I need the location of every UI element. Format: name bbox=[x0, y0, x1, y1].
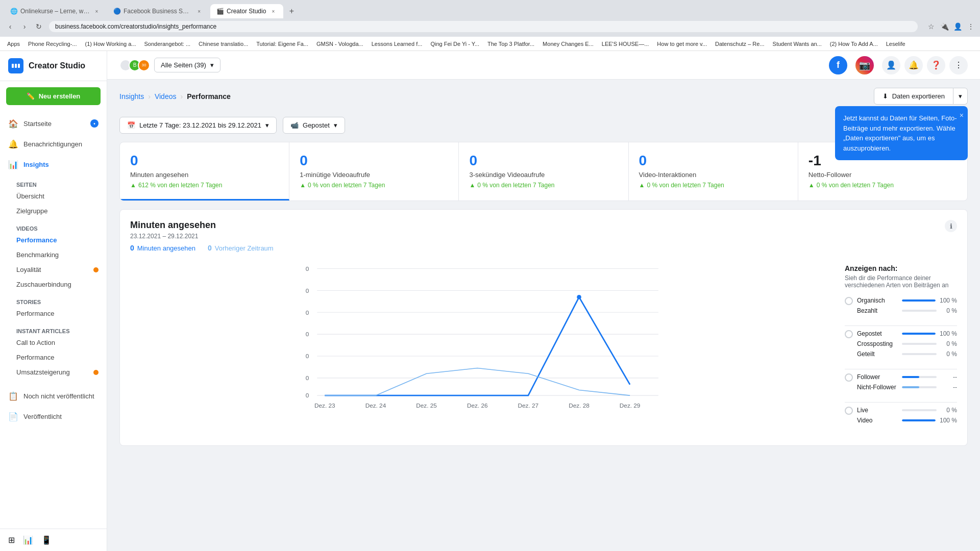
bookmark-12[interactable]: How to get more v... bbox=[654, 40, 710, 48]
sidebar-item-ubersicht[interactable]: Übersicht bbox=[8, 189, 107, 204]
metric-row-video: Video 100 % bbox=[857, 417, 957, 424]
metric-radio-4[interactable] bbox=[845, 407, 853, 415]
metric-radio-3[interactable] bbox=[845, 373, 853, 382]
arrow-up-icon-1: ▲ bbox=[300, 182, 306, 189]
tab-close-3[interactable]: × bbox=[269, 7, 277, 15]
sidebar-item-performance[interactable]: Performance bbox=[8, 233, 107, 247]
tab-favicon-3: 🎬 bbox=[216, 8, 224, 15]
sidebar-item-noch-nicht[interactable]: 📋 Noch nicht veröffentlicht bbox=[0, 386, 107, 406]
tab-close-1[interactable]: × bbox=[93, 7, 100, 15]
stat-card-minuten[interactable]: 0 Minuten angesehen ▲ 612 % von den letz… bbox=[120, 142, 289, 201]
bookmark-apps[interactable]: Apps bbox=[4, 40, 23, 48]
bookmark-icon[interactable]: ☆ bbox=[926, 21, 936, 32]
organisch-bar bbox=[902, 299, 936, 302]
sidebar-item-zielgruppe[interactable]: Zielgruppe bbox=[8, 204, 107, 218]
stat-label-3sek: 3-sekündige Videoaufrufe bbox=[469, 171, 618, 179]
extensions-icon[interactable]: 🔌 bbox=[939, 21, 949, 32]
anzeigen-title: Anzeigen nach: bbox=[845, 264, 957, 272]
sidebar-item-ia-performance[interactable]: Performance bbox=[8, 350, 107, 365]
bookmark-9[interactable]: The Top 3 Platfor... bbox=[484, 40, 537, 48]
new-tab-button[interactable]: + bbox=[284, 4, 299, 18]
instant-articles-label: Instant Articles bbox=[8, 325, 107, 335]
address-bar[interactable] bbox=[49, 21, 918, 32]
mobile-icon[interactable]: 📱 bbox=[41, 535, 52, 545]
bookmark-8[interactable]: Qing Fei De Yi - Y... bbox=[427, 40, 482, 48]
sidebar-header: Creator Studio bbox=[0, 51, 107, 81]
home-icon: 🏠 bbox=[8, 118, 18, 129]
bookmark-2[interactable]: (1) How Working a... bbox=[82, 40, 139, 48]
follower-pct: -- bbox=[941, 373, 957, 381]
stat-card-1min[interactable]: 0 1-minütige Videoaufrufe ▲ 0 % von den … bbox=[289, 142, 459, 201]
create-button[interactable]: ✏️ Neu erstellen bbox=[6, 87, 101, 105]
export-dropdown-arrow[interactable]: ▾ bbox=[953, 88, 968, 105]
svg-text:Dez. 25: Dez. 25 bbox=[416, 402, 437, 409]
sidebar-item-veroffentlicht[interactable]: 📄 Veröffentlicht bbox=[0, 406, 107, 427]
sidebar-item-stories-performance[interactable]: Performance bbox=[8, 306, 107, 321]
export-button[interactable]: ⬇ Daten exportieren bbox=[874, 88, 953, 105]
sidebar-item-insights[interactable]: 📊 Insights bbox=[0, 154, 107, 174]
breadcrumb-videos[interactable]: Videos bbox=[155, 92, 177, 101]
sidebar-item-umsatzsteigerung[interactable]: Umsatzsteigerung bbox=[8, 365, 107, 380]
sidebar-title: Creator Studio bbox=[29, 61, 85, 70]
bookmark-4[interactable]: Chinese translatio... bbox=[195, 40, 251, 48]
svg-text:0: 0 bbox=[306, 331, 309, 337]
facebook-platform-icon[interactable]: f bbox=[829, 56, 847, 74]
tab-favicon-2: 🔵 bbox=[113, 8, 120, 15]
bookmark-14[interactable]: Student Wants an... bbox=[770, 40, 825, 48]
sidebar-item-startseite[interactable]: 🏠 Startseite • bbox=[0, 113, 107, 134]
legend-previous[interactable]: 0 Vorheriger Zeitraum bbox=[208, 244, 274, 252]
profile-icon[interactable]: 👤 bbox=[952, 21, 963, 32]
insights-label: Insights bbox=[23, 161, 49, 168]
more-menu-icon[interactable]: ⋮ bbox=[949, 56, 968, 74]
user-avatar[interactable]: 👤 bbox=[882, 56, 900, 74]
sidebar-item-zuschauerbindung[interactable]: Zuschauerbindung bbox=[8, 277, 107, 292]
nicht-follower-bar-container bbox=[902, 386, 937, 388]
bookmark-16[interactable]: Leselife bbox=[883, 40, 909, 48]
notification-bell-icon[interactable]: 🔔 bbox=[904, 56, 923, 74]
forward-button[interactable]: › bbox=[18, 20, 31, 33]
bookmark-1[interactable]: Phone Recycling-... bbox=[25, 40, 80, 48]
export-tooltip: × Jetzt kannst du Daten für Seiten, Foto… bbox=[835, 106, 968, 160]
bookmark-15[interactable]: (2) How To Add A... bbox=[827, 40, 881, 48]
startseite-label: Startseite bbox=[23, 120, 52, 128]
bookmark-10[interactable]: Money Changes E... bbox=[540, 40, 597, 48]
tooltip-close-button[interactable]: × bbox=[960, 110, 964, 121]
bookmark-5[interactable]: Tutorial: Eigene Fa... bbox=[253, 40, 311, 48]
date-filter-button[interactable]: 📅 Letzte 7 Tage: 23.12.2021 bis 29.12.20… bbox=[119, 117, 277, 134]
stat-card-3sek[interactable]: 0 3-sekündige Videoaufrufe ▲ 0 % von den… bbox=[459, 142, 628, 201]
instagram-platform-icon[interactable]: 📷 bbox=[855, 56, 874, 74]
stat-card-interaktionen[interactable]: 0 Video-Interaktionen ▲ 0 % von den letz… bbox=[629, 142, 798, 201]
reload-button[interactable]: ↻ bbox=[33, 20, 45, 33]
breadcrumb-insights[interactable]: Insights bbox=[119, 92, 144, 101]
stat-value-1min: 0 bbox=[300, 153, 448, 169]
metric-radio-2[interactable] bbox=[845, 330, 853, 338]
sidebar-item-benchmarking[interactable]: Benchmarking bbox=[8, 247, 107, 262]
bookmark-3[interactable]: Sonderangebot: ... bbox=[141, 40, 194, 48]
stat-change-value-0: 612 % von den letzten 7 Tagen bbox=[138, 182, 223, 189]
sidebar-item-call-to-action[interactable]: Call to Action bbox=[8, 335, 107, 350]
sidebar-item-loyalitat[interactable]: Loyalität bbox=[8, 262, 107, 277]
back-button[interactable]: ‹ bbox=[4, 20, 16, 33]
help-icon[interactable]: ❓ bbox=[927, 56, 945, 74]
metric-radio-1[interactable] bbox=[845, 297, 853, 305]
table-icon[interactable]: 📊 bbox=[23, 535, 33, 545]
bookmark-7[interactable]: Lessons Learned f... bbox=[369, 40, 426, 48]
legend-current[interactable]: 0 Minuten angesehen bbox=[130, 244, 195, 252]
tab-2[interactable]: 🔵 Facebook Business Suite × bbox=[107, 4, 209, 18]
sidebar-item-benachrichtigungen[interactable]: 🔔 Benachrichtigungen bbox=[0, 134, 107, 154]
bookmark-13[interactable]: Datenschutz – Re... bbox=[712, 40, 768, 48]
post-type-filter-button[interactable]: 📹 Gepostet ▾ bbox=[283, 117, 345, 134]
menu-icon[interactable]: ⋮ bbox=[966, 21, 976, 32]
chart-svg: 0 0 0 0 0 0 0 bbox=[130, 264, 837, 417]
tab-1[interactable]: 🌐 Onlinekurse – Lerne, was und... × bbox=[4, 4, 106, 18]
bookmark-6[interactable]: GMSN - Vologda... bbox=[313, 40, 366, 48]
tooltip-text: Jetzt kannst du Daten für Seiten, Foto-B… bbox=[843, 114, 957, 152]
grid-icon[interactable]: ⊞ bbox=[8, 535, 15, 545]
bookmarks-bar: Apps Phone Recycling-... (1) How Working… bbox=[0, 37, 980, 51]
divider-3 bbox=[845, 402, 957, 403]
page-selector[interactable]: Alle Seiten (39) ▾ bbox=[154, 58, 220, 72]
tab-3[interactable]: 🎬 Creator Studio × bbox=[210, 4, 283, 18]
chart-info-icon[interactable]: ℹ bbox=[945, 220, 957, 232]
bookmark-11[interactable]: LEE'S HOUSE—... bbox=[599, 40, 652, 48]
tab-close-2[interactable]: × bbox=[195, 7, 203, 15]
